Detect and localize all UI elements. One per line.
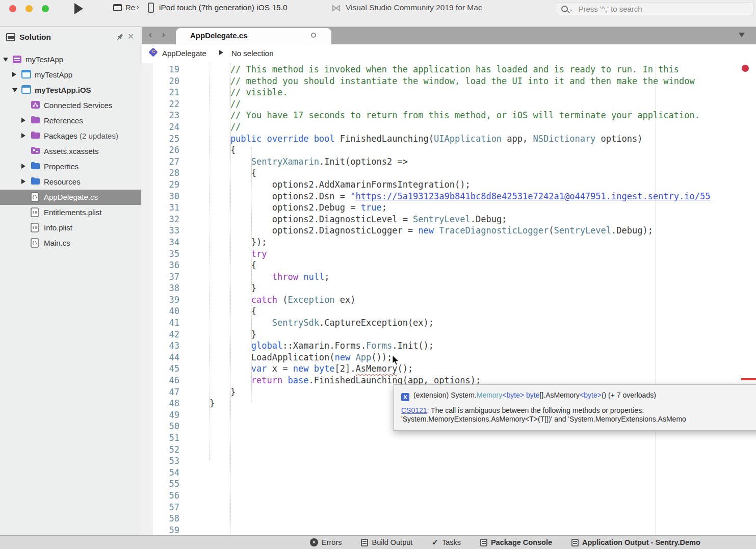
pad-button-build-output[interactable]: Build Output [361,538,412,547]
code-line-44[interactable]: 44 LoadApplication(new App()); [142,352,711,363]
breadcrumb-class[interactable]: AppDelegate [162,49,206,58]
code-line-52[interactable]: 52 [142,444,711,456]
expand-arrow-icon[interactable] [21,118,25,123]
code-line-35[interactable]: 35 try [142,248,711,260]
tree-item-assets-xcassets[interactable]: Assets.xcassets [0,144,141,159]
expand-arrow-icon[interactable] [21,179,25,184]
tree-item-info-plist[interactable]: Info.plist [0,220,141,236]
code-line-33[interactable]: 33 options2.DiagnosticLogger = new Trace… [142,225,711,237]
cs-icon: {} [31,192,40,202]
minimize-window-button[interactable] [25,5,33,12]
line-number: 52 [142,444,179,456]
tree-item-references[interactable]: References [0,113,141,128]
code-line-26[interactable]: 26 { [142,144,711,156]
code-line-29[interactable]: 29 options2.AddXamarinFormsIntegration()… [142,179,711,191]
tree-item-entitlements-plist[interactable]: Entitlements.plist [0,205,141,220]
vs-for-mac-window: Re › iPod touch (7th generation) iOS 15.… [0,0,756,549]
code-line-24[interactable]: 24 // [142,121,711,133]
code-line-45[interactable]: 45 var x = new byte[2].AsMemory(); [142,363,711,375]
code-line-20[interactable]: 20 // method you should instantiate the … [142,75,711,87]
error-code-link[interactable]: CS0121 [401,406,427,414]
tree-item-connected-services[interactable]: Connected Services [0,98,141,113]
tree-item-mytestapp[interactable]: myTestApp [0,67,141,83]
code-line-41[interactable]: 41 SentrySdk.CaptureException(ex); [142,317,711,329]
code-line-38[interactable]: 38 } [142,282,711,294]
output-pad-icon [480,539,487,546]
expand-arrow-icon[interactable] [21,133,25,138]
code-line-32[interactable]: 32 options2.DiagnosticLevel = SentryLeve… [142,214,711,225]
code-line-59[interactable]: 59 [142,525,711,535]
pad-button-package-console[interactable]: Package Console [480,538,552,547]
code-line-51[interactable]: 51 [142,432,711,444]
pin-icon[interactable] [115,33,124,42]
scrollbar-error-marker[interactable] [741,378,756,380]
code-line-42[interactable]: 42 } [142,329,711,341]
collapse-arrow-icon[interactable] [3,58,8,62]
line-number: 22 [142,98,179,110]
line-number: 28 [142,167,179,179]
dsn-url-link[interactable]: https://5a193123a9b841bc8d8e42531e7242a1… [356,191,711,201]
pad-button-label: Package Console [491,538,552,546]
line-number: 54 [142,467,179,479]
tree-item-main-cs[interactable]: {}Main.cs [0,236,141,251]
code-line-56[interactable]: 56 [142,490,711,502]
tree-item-label: Resources [44,177,81,186]
pad-button-label: Errors [322,538,342,546]
navigate-forward-button[interactable]: › [162,30,165,40]
tree-item-mytestapp-ios[interactable]: myTestApp.iOS [0,83,141,98]
pad-button-application-output-sentry-demo[interactable]: Application Output - Sentry.Demo [571,538,700,547]
code-line-53[interactable]: 53 [142,455,711,467]
pad-button-tasks[interactable]: ✓Tasks [432,538,461,547]
expand-arrow-icon[interactable] [21,164,25,169]
code-line-57[interactable]: 57 [142,502,711,513]
code-editor[interactable]: 19 // This method is invoked when the ap… [142,63,756,535]
tree-item-resources[interactable]: Resources [0,174,141,190]
code-line-30[interactable]: 30 options2.Dsn = "https://5a193123a9b84… [142,191,711,202]
project-icon [21,85,31,95]
code-line-31[interactable]: 31 options2.Debug = true; [142,202,711,214]
modified-indicator-icon[interactable] [311,33,316,38]
configuration-selector[interactable]: Re [125,3,135,12]
line-number: 59 [142,525,179,535]
expand-arrow-icon[interactable] [12,72,16,77]
code-line-22[interactable]: 22 // [142,98,711,110]
scrollbar-error-dot[interactable] [742,65,749,72]
connected-icon [31,100,40,110]
error-tooltip: X(extension) System.Memory<byte> byte[].… [394,384,756,431]
code-line-43[interactable]: 43 global::Xamarin.Forms.Forms.Init(); [142,340,711,352]
code-line-19[interactable]: 19 // This method is invoked when the ap… [142,64,711,75]
code-line-23[interactable]: 23 // You have 17 seconds to return from… [142,110,711,121]
code-line-37[interactable]: 37 throw null; [142,271,711,283]
pad-button-label: Build Output [372,538,412,546]
collapse-arrow-icon[interactable] [12,88,17,92]
tree-item-properties[interactable]: Properties [0,159,141,174]
run-button[interactable] [74,3,83,14]
code-line-55[interactable]: 55 [142,478,711,490]
folder-purple-icon [31,131,40,141]
code-line-28[interactable]: 28 { [142,167,711,179]
code-line-34[interactable]: 34 }); [142,237,711,248]
code-line-39[interactable]: 39 catch (Exception ex) [142,294,711,306]
maximize-window-button[interactable] [42,5,49,12]
code-line-36[interactable]: 36 { [142,259,711,271]
tree-item-packages[interactable]: Packages (2 updates) [0,128,141,144]
search-input[interactable]: ⌄ Press '^,' to search [557,2,753,15]
tooltip-error-message: CS0121: The call is ambiguous between th… [401,406,756,414]
tree-item-mytestapp[interactable]: myTestApp [0,52,141,67]
breadcrumb-selection[interactable]: No selection [231,49,274,58]
code-line-58[interactable]: 58 [142,513,711,525]
code-line-25[interactable]: 25 public override bool FinishedLaunchin… [142,133,711,145]
code-line-40[interactable]: 40 { [142,305,711,317]
tab-list-dropdown-icon[interactable] [739,33,745,37]
tab-appdelegate[interactable]: AppDelegate.cs [176,28,331,44]
tree-item-appdelegate-cs[interactable]: {}AppDelegate.cs [0,190,141,205]
code-line-27[interactable]: 27 SentryXamarin.Init(options2 => [142,156,711,168]
breadcrumb-separator-icon [219,50,223,55]
close-icon[interactable]: ✕ [127,32,134,41]
pad-button-errors[interactable]: ✕Errors [310,538,342,547]
close-window-button[interactable] [9,5,16,12]
navigate-back-button[interactable]: ‹ [149,30,152,40]
device-selector[interactable]: iPod touch (7th generation) iOS 15.0 [159,3,288,12]
code-line-54[interactable]: 54 [142,467,711,479]
code-line-21[interactable]: 21 // visible. [142,87,711,98]
